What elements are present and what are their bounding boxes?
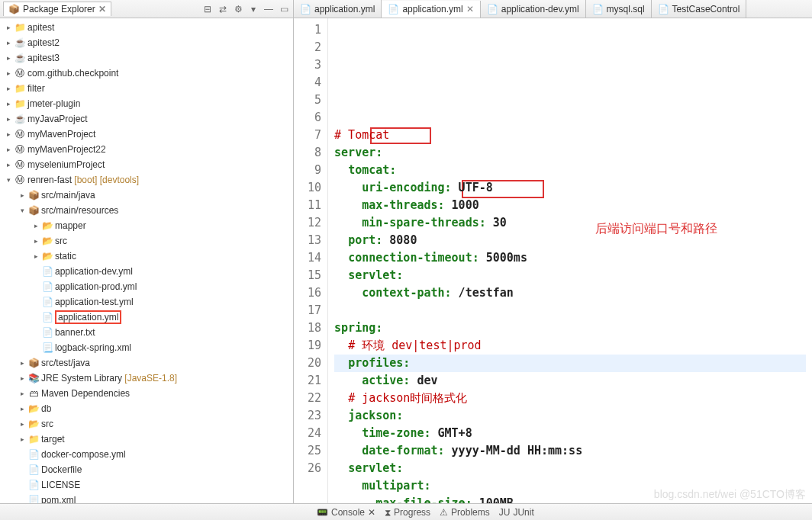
tree-item[interactable]: ▸📁apitest [0,20,293,35]
tree-item[interactable]: ▸🗃Maven Dependencies [0,386,293,401]
code-line[interactable] [334,302,806,319]
expand-arrow-icon[interactable]: ▸ [17,390,27,397]
tree-item[interactable]: ▸📁target [0,432,293,447]
code-line[interactable]: jackson: [334,407,806,425]
expand-arrow-icon[interactable]: ▸ [3,146,14,153]
tree-item[interactable]: ▸📂db [0,401,293,416]
tree-item[interactable]: ▸📂mapper [0,218,293,233]
code-line[interactable]: # Tomcat [334,127,806,144]
progress-tab[interactable]: ⧗ Progress [385,507,430,518]
tree-item[interactable]: 📄LICENSE [0,477,293,493]
tree-item[interactable]: ▾📦src/main/resources [0,203,293,218]
close-icon[interactable]: ✕ [98,4,106,14]
expand-arrow-icon[interactable]: ▸ [3,24,14,31]
expand-arrow-icon[interactable]: ▸ [3,39,14,47]
code-line[interactable]: # 环境 dev|test|prod [334,337,806,355]
tree-item[interactable]: ▸Ⓜcom.github.checkpoint [0,66,293,81]
problems-tab[interactable]: ⚠ Problems [440,507,490,518]
expand-arrow-icon[interactable]: ▸ [3,85,14,92]
expand-arrow-icon[interactable]: ▸ [17,435,27,443]
tree-item[interactable]: ▸☕apitest3 [0,50,293,66]
code-line[interactable]: servlet: [334,460,806,477]
tree-item[interactable]: 📄Dockerfile [0,462,293,477]
java-icon: ☕ [14,113,26,125]
code-line[interactable]: uri-encoding: UTF-8 [334,179,806,197]
expand-arrow-icon[interactable]: ▸ [17,420,27,428]
expand-arrow-icon[interactable]: ▸ [17,405,27,412]
code-line[interactable]: max-file-size: 100MB [334,495,806,503]
expand-arrow-icon[interactable]: ▸ [3,115,14,123]
tree-item[interactable]: 📃logback-spring.xml [0,340,293,355]
expand-arrow-icon[interactable]: ▸ [31,252,41,260]
code-line[interactable]: # jackson时间格式化 [334,390,806,407]
view-menu-icon[interactable]: ▾ [247,3,259,15]
expand-arrow-icon[interactable]: ▸ [3,100,14,108]
code-line[interactable]: tomcat: [334,162,806,179]
package-explorer-tab[interactable]: 📦 Package Explorer ✕ [3,2,111,16]
expand-arrow-icon[interactable]: ▾ [17,207,27,214]
tree-item[interactable]: ▸ⓂmyseleniumProject [0,157,293,172]
code-line[interactable]: profiles: [334,355,806,372]
code-line[interactable]: port: 8080 [334,232,806,249]
expand-arrow-icon[interactable]: ▸ [31,237,41,245]
code-line[interactable]: max-threads: 1000 [334,197,806,214]
tree-item[interactable]: 📃pom.xml [0,493,293,503]
tree-item[interactable]: ▸ⓂmyMavenProject [0,127,293,142]
code-line[interactable]: active: dev [334,372,806,390]
tree-item[interactable]: ▸ⓂmyMavenProject22 [0,142,293,157]
expand-arrow-icon[interactable]: ▾ [3,176,14,184]
tree-item[interactable]: 📄application-test.yml [0,294,293,310]
tree-item[interactable]: ▸📂src [0,233,293,249]
link-with-editor-icon[interactable]: ⇄ [217,3,229,15]
expand-arrow-icon[interactable]: ▸ [3,69,14,77]
expand-arrow-icon[interactable]: ▸ [17,191,27,199]
expand-arrow-icon[interactable]: ▸ [3,130,14,138]
tree-item[interactable]: ▸☕apitest2 [0,35,293,50]
code-editor[interactable]: 后端访问端口号和路径 # Tomcatserver: tomcat: uri-e… [328,18,812,503]
expand-arrow-icon[interactable]: ▸ [3,54,14,62]
tree-item[interactable]: 📄banner.txt [0,325,293,340]
expand-arrow-icon[interactable]: ▸ [17,374,27,382]
tree-item[interactable]: ▸📦src/test/java [0,355,293,371]
tree-item[interactable]: 📄application-prod.yml [0,279,293,294]
code-line[interactable]: min-spare-threads: 30 [334,214,806,232]
code-line[interactable]: spring: [334,319,806,337]
editor-tab[interactable]: 📄application-dev.yml [481,0,586,18]
expand-arrow-icon[interactable]: ▸ [17,359,27,367]
tree-item[interactable]: 📄docker-compose.yml [0,447,293,462]
package-explorer-tree[interactable]: ▸📁apitest▸☕apitest2▸☕apitest3▸Ⓜcom.githu… [0,18,293,503]
minimize-icon[interactable]: — [263,3,275,15]
maximize-icon[interactable]: ▭ [278,3,290,15]
expand-arrow-icon[interactable]: ▸ [31,222,41,230]
filter-icon[interactable]: ⚙ [232,3,244,15]
code-line[interactable]: servlet: [334,267,806,284]
console-tab[interactable]: 📟 Console ✕ [317,507,375,518]
tree-item[interactable]: ▸📁jmeter-plugin [0,96,293,111]
code-line[interactable]: date-format: yyyy-MM-dd HH:mm:ss [334,442,806,460]
tree-item[interactable]: 📄application-dev.yml [0,264,293,279]
tree-item[interactable]: ▸📦src/main/java [0,188,293,203]
editor-body[interactable]: 1234567891011121314151617181920212223242… [294,18,812,503]
junit-tab[interactable]: JU JUnit [499,507,534,518]
editor-tab[interactable]: 📄mysql.sql [586,0,652,18]
close-icon[interactable]: ✕ [466,4,474,14]
code-line[interactable]: server: [334,144,806,162]
editor-tab[interactable]: 📄application.yml✕ [382,1,480,18]
code-line[interactable]: connection-timeout: 5000ms [334,249,806,267]
tree-item-label: logback-spring.xml [55,342,131,353]
tree-item[interactable]: ▸📂src [0,416,293,432]
tree-item[interactable]: ▸📚JRE System Library [JavaSE-1.8] [0,371,293,386]
code-line[interactable]: context-path: /testfan [334,284,806,302]
code-line[interactable]: time-zone: GMT+8 [334,425,806,442]
tree-item[interactable]: ▸📁filter [0,81,293,96]
tree-item-label: myJavaProject [27,114,88,124]
tree-item[interactable]: ▸📂static [0,249,293,264]
collapse-all-icon[interactable]: ⊟ [201,3,214,15]
code-line[interactable]: multipart: [334,477,806,495]
editor-tab[interactable]: 📄application.yml [294,0,382,18]
tree-item[interactable]: ▾Ⓜrenren-fast [boot] [devtools] [0,172,293,188]
tree-item[interactable]: ▸☕myJavaProject [0,111,293,127]
tree-item[interactable]: 📄application.yml [0,310,293,325]
editor-tab[interactable]: 📄TestCaseControl [652,0,747,18]
expand-arrow-icon[interactable]: ▸ [3,161,14,169]
